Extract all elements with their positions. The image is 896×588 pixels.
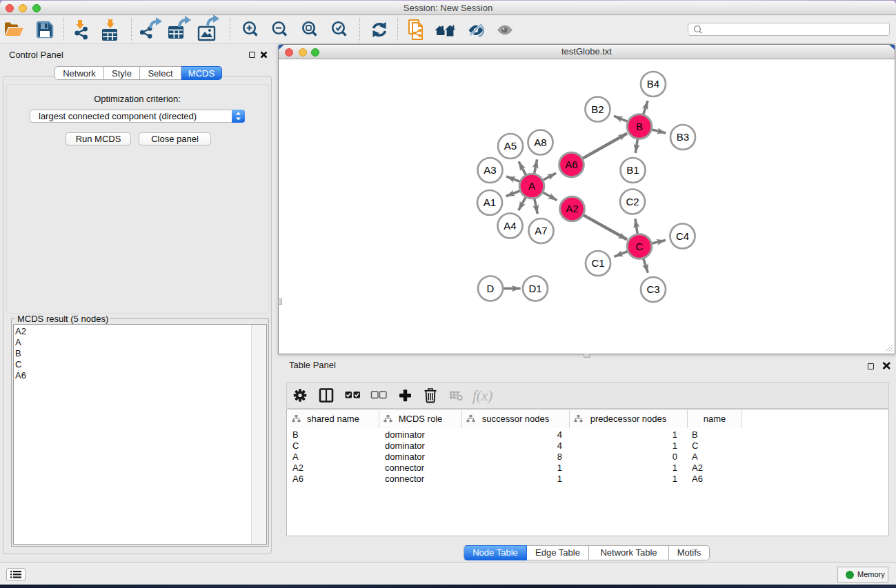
- svg-text:D1: D1: [528, 283, 541, 294]
- svg-text:B4: B4: [647, 78, 659, 90]
- svg-text:A4: A4: [504, 220, 516, 232]
- svg-text:A3: A3: [484, 164, 496, 176]
- svg-text:A2: A2: [566, 203, 578, 214]
- svg-text:A: A: [528, 180, 535, 192]
- svg-text:C: C: [636, 241, 644, 252]
- svg-text:C4: C4: [676, 230, 689, 242]
- svg-text:B3: B3: [677, 131, 689, 143]
- svg-text:f(x): f(x): [472, 387, 492, 404]
- svg-text:B1: B1: [626, 164, 639, 176]
- svg-text:A1: A1: [484, 196, 496, 208]
- svg-text:A5: A5: [504, 140, 517, 152]
- svg-text:C1: C1: [591, 257, 604, 269]
- svg-text:A6: A6: [565, 159, 577, 170]
- svg-text:A7: A7: [535, 225, 547, 236]
- svg-text:D: D: [487, 283, 495, 294]
- svg-text:B: B: [636, 121, 643, 132]
- svg-text:B2: B2: [591, 103, 604, 115]
- svg-text:C2: C2: [626, 196, 639, 207]
- svg-text:C3: C3: [646, 283, 659, 295]
- svg-text:A8: A8: [534, 136, 546, 148]
